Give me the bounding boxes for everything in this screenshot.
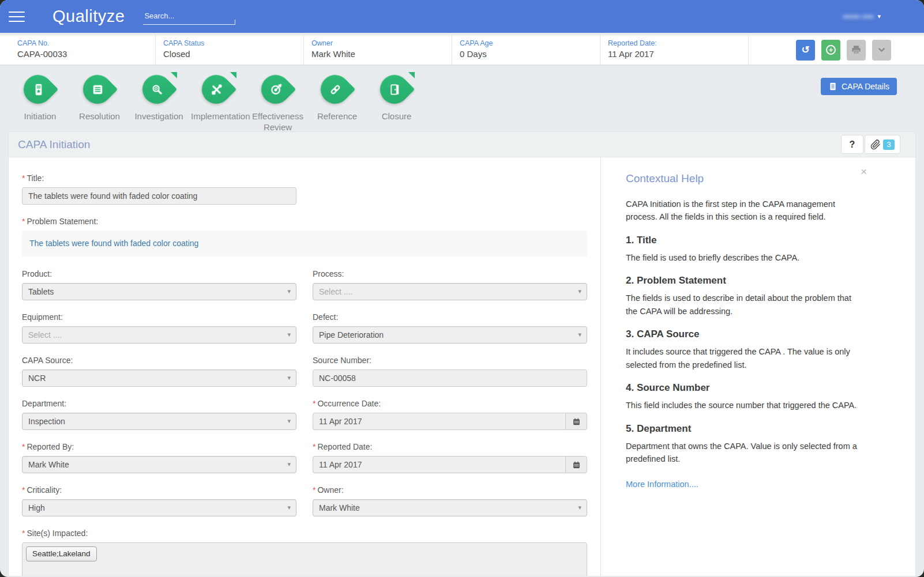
panel-title: CAPA Initiation xyxy=(18,138,90,151)
capa-initiation-panel: CAPA Initiation ? 3 *Title: *P xyxy=(8,131,916,576)
step-initiation[interactable]: Initiation xyxy=(13,74,67,131)
step-resolution[interactable]: Resolution xyxy=(72,74,127,131)
criticality-field: *Criticality: High ▾ xyxy=(22,485,296,516)
department-select[interactable]: Inspection ▾ xyxy=(22,413,296,430)
required-marker: * xyxy=(22,529,25,538)
help-button[interactable]: ? xyxy=(841,135,863,154)
problem-statement-field: *Problem Statement: The tablets were fou… xyxy=(22,217,595,257)
reported-by-label: *Reported By: xyxy=(22,442,296,451)
record-actions: ↺ + xyxy=(749,40,924,61)
step-closure[interactable]: Closure xyxy=(369,74,424,131)
help-heading: 1. Title xyxy=(626,235,865,246)
more-information-link[interactable]: More Information.... xyxy=(626,480,698,489)
resolution-icon xyxy=(91,83,104,96)
step-label: Resolution xyxy=(72,111,127,122)
required-marker: * xyxy=(313,442,315,451)
step-label: Implementation xyxy=(191,111,246,122)
reported-by-field: *Reported By: Mark White ▾ xyxy=(22,442,296,473)
owner-form-label: *Owner: xyxy=(313,485,587,495)
defect-label: Defect: xyxy=(313,312,587,322)
calendar-icon xyxy=(572,417,581,426)
capa-no-value: CAPA-00033 xyxy=(17,49,155,59)
capa-source-label: CAPA Source: xyxy=(22,356,296,365)
site-chip: Seattle;Lakeland xyxy=(26,546,97,561)
print-button[interactable] xyxy=(847,40,866,61)
required-marker: * xyxy=(22,174,25,183)
step-label: Closure xyxy=(369,111,424,122)
chevron-down-icon: ▾ xyxy=(877,13,881,20)
sites-impacted-label: *Site(s) Impacted: xyxy=(22,529,595,538)
help-body: The fields is used to describe in detail… xyxy=(626,292,865,318)
contextual-help-panel: × Contextual Help CAPA Initiation is the… xyxy=(600,157,915,576)
calendar-icon xyxy=(572,461,581,469)
capa-details-button[interactable]: CAPA Details xyxy=(821,78,897,95)
department-label: Department: xyxy=(22,399,296,408)
paperclip-icon xyxy=(870,139,881,150)
closure-icon xyxy=(388,83,401,96)
history-button[interactable]: ↺ xyxy=(796,40,815,61)
capa-source-select[interactable]: NCR ▾ xyxy=(22,369,296,387)
department-field: Department: Inspection ▾ xyxy=(22,399,296,430)
user-menu[interactable]: •••••• •••• ▾ xyxy=(843,12,881,21)
source-number-input[interactable] xyxy=(313,369,587,387)
brand-logo: Qualityze xyxy=(52,7,125,26)
step-implementation[interactable]: Implementation xyxy=(191,74,246,131)
equipment-select[interactable]: Select .... ▾ xyxy=(22,326,296,344)
occurrence-date-picker-button[interactable] xyxy=(565,413,587,430)
help-body: It includes source that triggered the CA… xyxy=(626,345,865,371)
capa-details-label: CAPA Details xyxy=(842,82,889,91)
capa-initiation-form: *Title: *Problem Statement: The tablets … xyxy=(9,157,600,576)
step-flag-icon xyxy=(171,72,177,78)
product-select[interactable]: Tablets ▾ xyxy=(22,283,296,300)
help-intro: CAPA Initiation is the first step in the… xyxy=(626,198,865,224)
reported-by-select[interactable]: Mark White ▾ xyxy=(22,456,296,473)
reported-date-value: 11 Apr 2017 xyxy=(608,49,748,59)
help-heading: 4. Source Number xyxy=(626,382,865,394)
defect-select[interactable]: Pipe Deterioration ▾ xyxy=(313,326,587,344)
help-heading: 5. Department xyxy=(626,423,865,435)
select-caret-icon: ▾ xyxy=(287,504,291,511)
close-icon[interactable]: × xyxy=(861,165,867,178)
help-body: Department that owns the CAPA. Value is … xyxy=(626,440,865,466)
process-select[interactable]: Select .... ▾ xyxy=(313,283,587,300)
title-field: *Title: xyxy=(22,174,595,205)
attachments-button[interactable]: 3 xyxy=(865,135,900,154)
equipment-field: Equipment: Select .... ▾ xyxy=(22,312,296,344)
source-number-label: Source Number: xyxy=(313,356,587,365)
problem-statement-text[interactable]: The tablets were found with faded color … xyxy=(22,231,587,257)
help-heading: 3. CAPA Source xyxy=(626,329,865,340)
search-box xyxy=(143,8,235,25)
reported-date-input[interactable] xyxy=(313,456,565,473)
owner-select[interactable]: Mark White ▾ xyxy=(313,499,587,516)
occurrence-date-input[interactable] xyxy=(313,413,565,430)
sites-impacted-input[interactable]: Seattle;Lakeland xyxy=(22,542,587,576)
capa-status-field: CAPA Status Closed xyxy=(156,35,304,65)
menu-icon[interactable] xyxy=(9,8,25,25)
select-caret-icon: ▾ xyxy=(287,417,291,425)
reported-date-picker-button[interactable] xyxy=(565,456,587,473)
expand-button[interactable] xyxy=(872,40,891,61)
title-input[interactable] xyxy=(22,187,296,205)
criticality-select[interactable]: High ▾ xyxy=(22,499,296,516)
occurrence-date-field: *Occurrence Date: xyxy=(313,399,587,430)
step-reference[interactable]: Reference xyxy=(310,74,365,131)
reference-icon xyxy=(328,83,341,96)
select-caret-icon: ▾ xyxy=(578,331,581,338)
process-label: Process: xyxy=(313,269,587,278)
add-button[interactable]: + xyxy=(821,40,840,61)
criticality-label: *Criticality: xyxy=(22,485,296,495)
reported-date-form-label: *Reported Date: xyxy=(313,442,587,451)
search-input[interactable] xyxy=(143,8,235,25)
owner-form-field: *Owner: Mark White ▾ xyxy=(313,485,587,516)
source-number-field: Source Number: xyxy=(313,356,587,387)
initiation-icon xyxy=(31,83,44,96)
required-marker: * xyxy=(22,442,25,451)
step-label: Reference xyxy=(310,111,365,122)
select-caret-icon: ▾ xyxy=(287,331,291,338)
select-caret-icon: ▾ xyxy=(287,374,291,382)
help-body: The field is used to briefly describes t… xyxy=(626,251,865,264)
history-icon: ↺ xyxy=(801,44,809,56)
step-investigation[interactable]: Investigation xyxy=(132,74,186,131)
app-window: Qualityze •••••• •••• ▾ CAPA No. CAPA-00… xyxy=(0,0,924,577)
step-effectiveness-review[interactable]: Effectiveness Review xyxy=(250,74,305,131)
